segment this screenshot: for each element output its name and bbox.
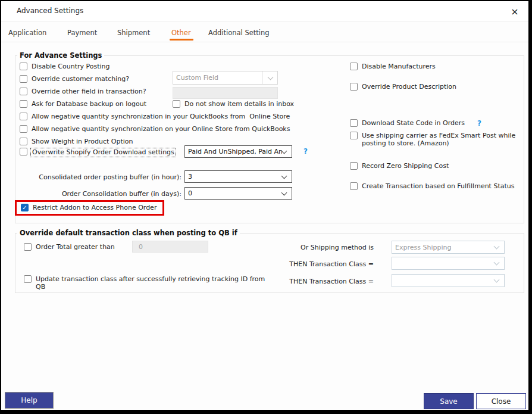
checkbox-label: Show Weight in Product Option bbox=[32, 138, 133, 146]
checkbox-label: Override Product Description bbox=[362, 83, 456, 91]
consolidated-hour-select[interactable]: 3 bbox=[184, 170, 292, 183]
close-icon[interactable]: × bbox=[508, 5, 521, 18]
checkbox-use-shipping-carrier[interactable]: Use shipping carrier as FedEx Smart Post… bbox=[350, 132, 518, 147]
active-tab-underline bbox=[170, 39, 193, 41]
tab-shipment[interactable]: Shipment bbox=[117, 29, 150, 37]
checkbox-label: Create Transaction based on Fulfillment … bbox=[362, 182, 514, 191]
selected-value: 3 bbox=[185, 173, 282, 180]
checkbox-label: Do not show item details in inbox bbox=[184, 100, 294, 108]
checkbox-override-customer-matching[interactable]: Override customer matching? bbox=[20, 75, 129, 83]
checkbox-label: Record Zero Shipping Cost bbox=[362, 162, 449, 170]
checkbox-label: Ask for Database backup on logout bbox=[32, 100, 146, 108]
title-bar: Advanced Settings × bbox=[1, 1, 528, 21]
chevron-down-icon bbox=[494, 277, 500, 283]
transaction-class-select-2[interactable] bbox=[392, 274, 505, 287]
checkbox-icon[interactable] bbox=[20, 138, 27, 145]
chevron-down-icon bbox=[494, 244, 500, 250]
tab-payment[interactable]: Payment bbox=[67, 29, 97, 37]
checkbox-label: Download State Code in Orders bbox=[362, 119, 465, 127]
checkbox-icon[interactable] bbox=[20, 88, 27, 95]
checkbox-label: Disable Country Posting bbox=[32, 63, 110, 71]
checkbox-icon[interactable] bbox=[173, 100, 180, 108]
checkbox-label: Override customer matching? bbox=[32, 75, 129, 83]
checkbox-label: Update transaction class after successfu… bbox=[36, 275, 275, 291]
consolidated-hour-label: Consolidated order posting buffer (in ho… bbox=[21, 173, 181, 181]
then-transaction-class-label-2: THEN Transaction Class = bbox=[251, 278, 374, 285]
checkbox-show-weight[interactable]: Show Weight in Product Option bbox=[20, 138, 133, 146]
checkbox-update-transaction-class[interactable]: Update transaction class after successfu… bbox=[24, 275, 275, 291]
checkbox-label: Use shipping carrier as FedEx Smart Post… bbox=[362, 132, 518, 147]
checkbox-disable-country-posting[interactable]: Disable Country Posting bbox=[20, 63, 110, 71]
selected-value: 0 bbox=[185, 189, 282, 197]
chevron-down-icon bbox=[281, 189, 287, 195]
checkbox-create-transaction-fulfillment[interactable]: Create Transaction based on Fulfillment … bbox=[350, 182, 514, 191]
checkbox-allow-negative-store[interactable]: Allow negative quantity synchronization … bbox=[20, 125, 290, 133]
tab-other[interactable]: Other bbox=[171, 29, 191, 37]
save-button[interactable]: Save bbox=[424, 393, 474, 409]
window-title: Advanced Settings bbox=[17, 7, 83, 15]
checkbox-override-product-description[interactable]: Override Product Description bbox=[350, 83, 456, 91]
checkbox-label: Override other field in transaction? bbox=[32, 88, 146, 96]
group-override-qb-title: Override default transaction class when … bbox=[17, 229, 240, 237]
checkbox-icon[interactable] bbox=[20, 75, 27, 83]
checkbox-label: Allow negative quantity synchronization … bbox=[32, 125, 290, 133]
checkbox-restrict-addon[interactable]: ✓ Restrict Addon to Access Phone Order bbox=[21, 204, 157, 212]
checkbox-icon[interactable] bbox=[350, 63, 358, 70]
checkbox-overwrite-shopify[interactable]: Overwrite Shopify Order Download setting… bbox=[20, 148, 176, 157]
checkbox-order-total-greater[interactable]: Order Total greater than bbox=[24, 243, 115, 251]
chevron-down-icon bbox=[281, 148, 287, 154]
state-code-help-icon[interactable]: ? bbox=[477, 119, 481, 127]
checkbox-download-state-code[interactable]: Download State Code in Orders bbox=[350, 119, 465, 127]
transaction-class-select-1[interactable] bbox=[392, 257, 505, 270]
help-button[interactable]: Help bbox=[5, 392, 54, 409]
checkbox-ask-db-backup[interactable]: Ask for Database backup on logout bbox=[20, 100, 146, 108]
chevron-down-icon bbox=[281, 173, 287, 179]
checkbox-icon[interactable] bbox=[350, 162, 358, 170]
checkbox-icon[interactable] bbox=[350, 83, 358, 91]
or-shipping-method-label: Or Shipping method is bbox=[251, 244, 374, 251]
checkbox-disable-manufacturers[interactable]: Disable Manufacturers bbox=[350, 63, 436, 71]
then-transaction-class-label-1: THEN Transaction Class = bbox=[251, 260, 374, 268]
checkbox-label: Allow negative quantity synchronization … bbox=[32, 113, 290, 121]
checkbox-allow-negative-qb[interactable]: Allow negative quantity synchronization … bbox=[20, 113, 290, 121]
group-advance-settings-title: For Advance Settings bbox=[17, 51, 104, 60]
consolidation-days-select[interactable]: 0 bbox=[184, 187, 292, 200]
selected-value: Paid And UnShipped, Paid An bbox=[185, 148, 282, 155]
shopify-download-settings-select[interactable]: Paid And UnShipped, Paid An bbox=[184, 145, 292, 158]
checkbox-icon[interactable] bbox=[20, 125, 27, 133]
shipping-method-select[interactable]: Express Shipping bbox=[392, 241, 505, 254]
shopify-help-icon[interactable]: ? bbox=[303, 147, 308, 155]
order-total-input[interactable]: 0 bbox=[132, 241, 208, 253]
checkbox-icon[interactable] bbox=[20, 148, 27, 155]
checkbox-label: Restrict Addon to Access Phone Order bbox=[33, 204, 157, 212]
tab-application[interactable]: Application bbox=[8, 29, 46, 37]
checkbox-label: Disable Manufacturers bbox=[362, 63, 436, 71]
selected-value: Express Shipping bbox=[392, 244, 495, 251]
checkbox-icon[interactable] bbox=[350, 182, 358, 190]
checkbox-icon[interactable] bbox=[20, 113, 27, 120]
checkbox-icon[interactable] bbox=[20, 63, 27, 70]
tab-additional-setting[interactable]: Additional Setting bbox=[208, 29, 270, 37]
checkbox-label: Overwrite Shopify Order Download setting… bbox=[30, 148, 176, 157]
customer-matching-select[interactable]: Custom Field bbox=[173, 71, 278, 85]
checkbox-icon[interactable] bbox=[20, 100, 27, 108]
checkbox-icon[interactable] bbox=[24, 243, 32, 251]
consolidation-days-label: Order Consolidation buffer (in days): bbox=[21, 190, 181, 198]
checkbox-icon[interactable] bbox=[350, 132, 358, 139]
chevron-down-icon bbox=[262, 71, 277, 84]
checkbox-do-not-show-item-details[interactable]: Do not show item details in inbox bbox=[173, 100, 294, 108]
input-value: 0 bbox=[133, 243, 143, 251]
checkbox-checked-icon[interactable]: ✓ bbox=[21, 204, 29, 211]
checkbox-icon[interactable] bbox=[24, 275, 32, 283]
chevron-down-icon bbox=[494, 260, 500, 266]
checkbox-record-zero-shipping[interactable]: Record Zero Shipping Cost bbox=[350, 162, 449, 170]
checkbox-icon[interactable] bbox=[350, 119, 358, 127]
selected-value: Custom Field bbox=[173, 74, 262, 82]
advanced-settings-dialog: Advanced Settings × Application Payment … bbox=[1, 1, 528, 410]
checkbox-label: Order Total greater than bbox=[36, 243, 115, 251]
close-button[interactable]: Close bbox=[476, 393, 526, 409]
checkbox-override-other-field[interactable]: Override other field in transaction? bbox=[20, 88, 146, 96]
override-other-field-input[interactable] bbox=[173, 87, 278, 99]
tab-bar: Application Payment Shipment Other Addit… bbox=[1, 21, 528, 42]
